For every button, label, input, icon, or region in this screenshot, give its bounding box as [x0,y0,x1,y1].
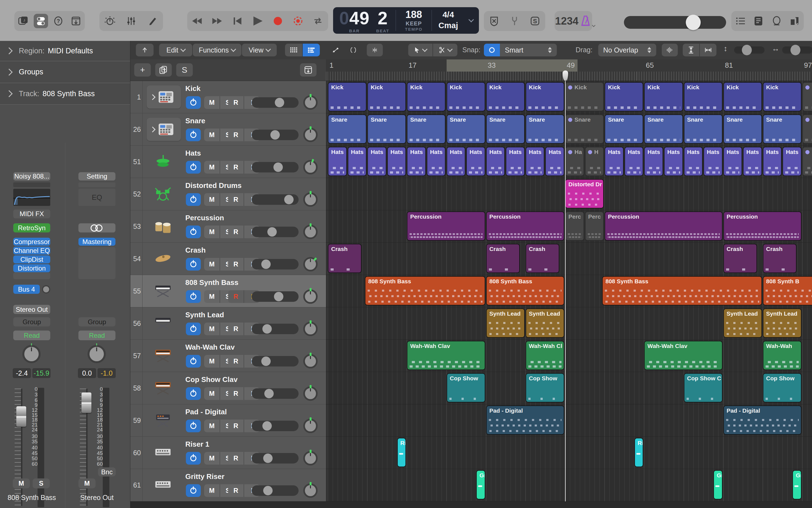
region-snare-bar-17[interactable]: Snare [407,115,445,144]
record-enable-button[interactable]: R [228,161,244,174]
view-menu[interactable]: View [242,44,277,56]
output-slot[interactable]: Stereo Out [13,305,50,314]
region-snare-bar-57[interactable]: Snare [605,115,643,144]
record-enable-button[interactable]: R [228,193,244,206]
region-hats-bar-33[interactable]: Hats [486,147,505,176]
track-pan-knob[interactable] [303,419,318,433]
solo-button-left[interactable]: S [33,478,50,489]
count-in-label[interactable]: 1234 [555,15,579,27]
note-pads-icon[interactable] [751,14,766,28]
region-hats-bar-49[interactable]: Ha [565,147,584,176]
record-enable-button[interactable]: R [228,96,244,109]
region-kick-bar-57[interactable]: Kick [605,82,643,112]
record-enable-button[interactable]: R [228,129,244,141]
region-snare-bar-9[interactable]: Snare [367,115,406,144]
group-slot-right[interactable]: Group [79,317,115,327]
region-cop-bar-25[interactable]: Cop Show [446,373,485,403]
track-on-off-button[interactable] [186,258,201,270]
track-volume-slider[interactable] [252,421,298,431]
track-pan-knob[interactable] [303,225,318,239]
track-pan-knob[interactable] [303,160,318,174]
track-pan-knob[interactable] [303,289,318,304]
region-crash-bar-33[interactable]: Crash [486,244,520,273]
region-hats-bar-57[interactable]: Hats [605,147,624,176]
record-enable-button[interactable]: R [228,323,244,335]
mute-button[interactable]: M [204,387,220,400]
track-volume-slider[interactable] [252,97,298,108]
track-solo-button[interactable]: S [176,63,193,77]
region-kick-bar-41[interactable]: Kick [526,82,564,112]
region-wah-bar-65[interactable]: Wah-Wah Clav [644,341,722,370]
region-cop-bar-89[interactable]: Cop Show [763,373,802,403]
record-enable-button[interactable]: R [228,420,244,432]
track-header-cop-show-clav[interactable]: 58Cop Show ClavMSRI [130,372,326,405]
mute-button-right[interactable]: M [79,478,96,489]
mute-button[interactable]: M [204,161,220,174]
track-volume-slider[interactable] [252,453,298,464]
automation-button[interactable] [327,44,344,56]
track-on-off-button[interactable] [186,420,201,432]
region-perc-bar-33[interactable]: Percussion [486,211,564,241]
track-pan-knob[interactable] [303,128,318,142]
mute-button[interactable]: M [204,290,220,303]
mixer-icon[interactable] [124,14,138,28]
add-track-button[interactable]: + [134,63,151,77]
region-inspector-header[interactable]: Region: MIDI Defaults [0,41,130,61]
region-bass-bar-33[interactable]: 808 Synth Bass [486,276,564,305]
eq-thumbnail[interactable] [13,189,50,206]
empty-fx-slot[interactable] [13,272,50,279]
region-wah-bar-41[interactable]: Wah-Wah Cl [526,341,564,370]
empty-fx-area-out[interactable] [79,247,115,279]
smart-controls-icon[interactable] [69,14,83,28]
track-header-pad-digital[interactable]: 59Pad - DigitalMSRI [130,405,326,437]
cycle-region[interactable] [446,59,577,72]
region-bass-bar-56.5[interactable]: 808 Synth Bass [602,276,762,305]
region-gritty-bar-79[interactable]: Gri [713,470,722,499]
region-hats-bar-17[interactable]: Hats [407,147,426,176]
track-on-off-button[interactable] [186,161,201,174]
track-pan-knob[interactable] [303,193,318,207]
region-snare-bar-33[interactable]: Snare [486,115,525,144]
region-hats-bar-97[interactable] [802,147,812,176]
track-volume-slider[interactable] [252,194,298,205]
region-gritty-bar-31[interactable]: Gri [476,470,485,499]
track-disclosure[interactable] [147,118,181,141]
record-icon[interactable] [271,14,285,28]
loop-browser-icon[interactable] [769,14,784,28]
eq-slot-out[interactable]: EQ [79,189,115,206]
track-header-kick[interactable]: 1KickMSRI [130,81,326,113]
inspector-toggle-icon[interactable] [34,14,48,28]
region-perc-bar-81[interactable]: Percussion [723,211,802,241]
region-perc-bar-53[interactable]: Perc [585,211,604,241]
fader-cap-right[interactable] [82,392,91,413]
record-enable-button[interactable]: R [228,258,244,270]
region-hats-bar-77[interactable]: Hats [704,147,722,176]
region-snare-bar-41[interactable]: Snare [526,115,564,144]
region-snare-bar-49[interactable]: Snare [565,115,604,144]
region-hats-bar-41[interactable]: Hats [526,147,545,176]
region-snare-bar-1[interactable]: Snare [328,115,367,144]
fader-cap-left[interactable] [16,406,26,427]
region-hats-bar-37[interactable]: Hats [506,147,525,176]
mute-button[interactable]: M [204,420,220,432]
audio-fx-slot-2[interactable]: ClipDist [13,255,50,263]
region-perc-bar-49[interactable]: Perc [565,211,584,241]
region-hats-bar-5[interactable]: Hats [348,147,367,176]
volume-value-left[interactable]: -15.9 [32,368,51,378]
mute-button[interactable]: M [204,129,220,141]
track-header-riser-1[interactable]: 60Riser 1MSRI [130,437,326,469]
hide-automation-button[interactable] [136,44,153,56]
region-hats-bar-89[interactable]: Hats [763,147,782,176]
region-kick-bar-17[interactable]: Kick [407,82,445,112]
region-hats-bar-13[interactable]: Hats [387,147,406,176]
region-cop-bar-41[interactable]: Cop Show [526,373,564,403]
grid-view-button[interactable] [285,44,302,56]
region-kick-bar-33[interactable]: Kick [486,82,525,112]
volume-value-right[interactable]: -1.0 [97,368,116,378]
region-kick-bar-9[interactable]: Kick [367,82,406,112]
track-on-off-button[interactable] [186,484,201,497]
send-slot[interactable]: Bus 4 [13,285,40,294]
region-hats-bar-69[interactable]: Hats [664,147,683,176]
region-hats-bar-53[interactable]: H [585,147,604,176]
track-volume-slider[interactable] [252,291,298,302]
